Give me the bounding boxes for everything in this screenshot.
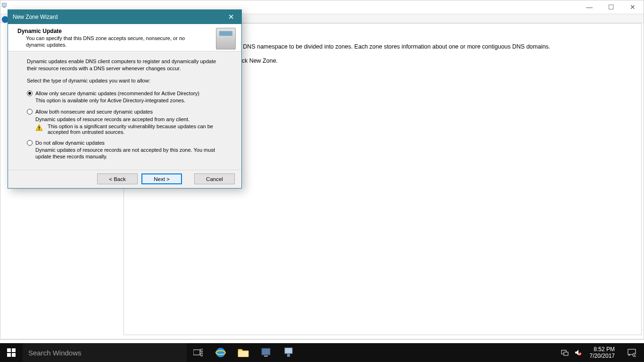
notification-icon: 1 bbox=[627, 348, 636, 357]
radio-secure-only[interactable] bbox=[27, 90, 33, 96]
wizard-body: Dynamic updates enable DNS client comput… bbox=[8, 51, 241, 170]
taskbar-app-ie[interactable] bbox=[209, 343, 232, 362]
taskbar-clock[interactable]: 8:52 PM 7/20/2017 bbox=[587, 346, 618, 360]
svg-rect-5 bbox=[39, 126, 40, 129]
option-none[interactable]: Do not allow dynamic updates Dynamic upd… bbox=[27, 140, 223, 160]
option-both-warning: This option is a significant security vu… bbox=[48, 123, 223, 135]
option-none-sub: Dynamic updates of resource records are … bbox=[35, 146, 223, 160]
wizard-footer: < Back Next > Cancel bbox=[8, 170, 241, 188]
action-center-button[interactable]: 1 bbox=[622, 348, 641, 357]
ie-icon bbox=[215, 346, 227, 359]
option-secure-only-label: Allow only secure dynamic updates (recom… bbox=[35, 90, 223, 97]
dns-icon bbox=[283, 347, 294, 358]
wizard-header-title: Dynamic Update bbox=[17, 28, 212, 34]
taskbar: Search Windows 8:52 PM 7/20/2017 bbox=[0, 343, 644, 362]
start-button[interactable] bbox=[0, 343, 23, 362]
dns-tree-icon bbox=[1, 2, 7, 8]
tray-network-icon[interactable] bbox=[561, 348, 569, 357]
option-secure-only-sub: This option is available only for Active… bbox=[35, 97, 223, 104]
radio-both[interactable] bbox=[27, 109, 33, 115]
wizard-header-description: You can specify that this DNS zone accep… bbox=[17, 35, 212, 49]
svg-rect-16 bbox=[238, 351, 248, 357]
option-both-label: Allow both nonsecure and secure dynamic … bbox=[35, 108, 223, 115]
system-tray: 8:52 PM 7/20/2017 1 bbox=[561, 343, 644, 362]
taskview-icon bbox=[193, 349, 203, 356]
new-zone-wizard-dialog: New Zone Wizard ✕ Dynamic Update You can… bbox=[8, 9, 242, 189]
wizard-header: Dynamic Update You can specify that this… bbox=[8, 24, 241, 51]
minimize-button[interactable]: — bbox=[578, 0, 600, 14]
folder-icon bbox=[237, 347, 249, 358]
close-button[interactable]: ✕ bbox=[622, 0, 644, 14]
cancel-button[interactable]: Cancel bbox=[194, 173, 235, 184]
maximize-button[interactable]: ☐ bbox=[600, 0, 622, 14]
svg-rect-19 bbox=[285, 348, 292, 354]
wizard-intro-text: Dynamic updates enable DNS client comput… bbox=[27, 58, 223, 72]
svg-rect-13 bbox=[201, 353, 203, 356]
windows-icon bbox=[7, 348, 16, 357]
taskbar-apps bbox=[209, 343, 300, 362]
taskbar-app-server-manager[interactable] bbox=[255, 343, 277, 362]
svg-rect-1 bbox=[3, 7, 6, 8]
option-both-sub: Dynamic updates of resource records are … bbox=[35, 115, 223, 123]
next-button[interactable]: Next > bbox=[141, 173, 182, 184]
taskbar-app-explorer[interactable] bbox=[232, 343, 255, 362]
svg-point-14 bbox=[216, 348, 225, 357]
svg-rect-8 bbox=[12, 348, 16, 352]
separator bbox=[0, 339, 644, 343]
task-view-button[interactable] bbox=[187, 343, 209, 362]
wizard-prompt-text: Select the type of dynamic updates you w… bbox=[27, 78, 223, 83]
search-box[interactable]: Search Windows bbox=[23, 343, 187, 362]
svg-rect-22 bbox=[564, 352, 568, 355]
svg-rect-7 bbox=[7, 348, 11, 352]
option-none-label: Do not allow dynamic updates bbox=[35, 140, 223, 146]
tray-volume-icon[interactable] bbox=[574, 348, 582, 357]
svg-rect-17 bbox=[262, 348, 270, 355]
svg-rect-20 bbox=[287, 354, 290, 357]
svg-rect-18 bbox=[264, 355, 268, 357]
radio-none[interactable] bbox=[27, 140, 33, 146]
wizard-titlebar[interactable]: New Zone Wizard ✕ bbox=[8, 10, 241, 24]
svg-rect-0 bbox=[2, 3, 7, 7]
option-both[interactable]: Allow both nonsecure and secure dynamic … bbox=[27, 108, 223, 135]
wizard-title: New Zone Wizard bbox=[13, 14, 58, 20]
wizard-close-button[interactable]: ✕ bbox=[221, 10, 241, 24]
server-icon bbox=[216, 28, 236, 49]
window-controls: — ☐ ✕ bbox=[578, 0, 644, 14]
svg-rect-10 bbox=[12, 353, 16, 357]
option-secure-only[interactable]: Allow only secure dynamic updates (recom… bbox=[27, 90, 223, 104]
taskbar-time: 8:52 PM bbox=[590, 346, 615, 353]
warning-icon bbox=[35, 124, 43, 132]
svg-text:1: 1 bbox=[634, 354, 636, 356]
taskbar-app-dns[interactable] bbox=[277, 343, 300, 362]
search-placeholder: Search Windows bbox=[28, 349, 82, 357]
svg-rect-9 bbox=[7, 353, 11, 357]
taskbar-date: 7/20/2017 bbox=[590, 353, 615, 359]
server-manager-icon bbox=[260, 347, 272, 358]
back-button[interactable]: < Back bbox=[97, 173, 138, 184]
svg-rect-11 bbox=[193, 350, 200, 355]
svg-rect-12 bbox=[201, 349, 203, 352]
svg-rect-6 bbox=[39, 129, 40, 130]
